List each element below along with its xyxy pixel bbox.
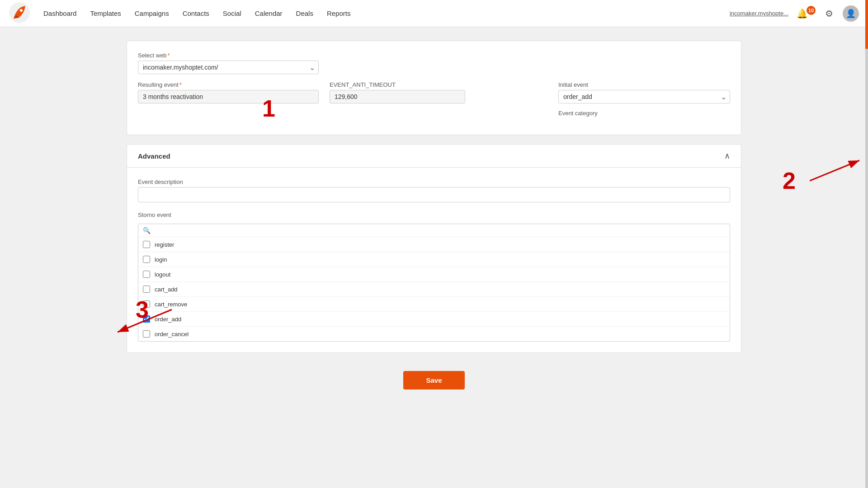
nav-links: Dashboard Templates Campaigns Contacts S…: [43, 9, 730, 17]
storno-search-icon: 🔍: [143, 227, 151, 234]
storno-item[interactable]: cart_remove: [138, 297, 730, 312]
advanced-title: Advanced: [138, 152, 170, 160]
select-web-group: Select web* incomaker.myshoptet.com/ ⌄: [138, 52, 319, 74]
event-description-label: Event description: [138, 178, 730, 185]
storno-search-bar: 🔍: [138, 224, 730, 237]
navbar-right: incomaker.myshopte... 🔔 10 ⚙ 👤: [730, 5, 859, 22]
nav-reports[interactable]: Reports: [327, 9, 351, 17]
storno-label-cart_add: cart_add: [155, 286, 178, 293]
storno-label-cart_remove: cart_remove: [155, 301, 187, 308]
storno-checkbox-order_cancel[interactable]: [143, 330, 150, 338]
storno-item[interactable]: cart_add: [138, 282, 730, 297]
resulting-event-group: Resulting event*: [138, 81, 319, 103]
storno-item[interactable]: logout: [138, 267, 730, 282]
storno-checkbox-login[interactable]: [143, 256, 150, 263]
nav-deals[interactable]: Deals: [296, 9, 313, 17]
storno-items-list: registerloginlogoutcart_addcart_removeor…: [138, 237, 730, 341]
event-description-group: Event description: [138, 178, 730, 202]
advanced-body: Event description Storno event 🔍: [127, 168, 741, 352]
annotation-2-arrow: [810, 158, 864, 185]
select-web-wrapper: incomaker.myshoptet.com/ ⌄: [138, 61, 319, 74]
storno-checkbox-register[interactable]: [143, 241, 150, 248]
resulting-event-label: Resulting event*: [138, 81, 319, 88]
event-anti-timeout-group: EVENT_ANTI_TIMEOUT: [330, 81, 465, 103]
event-description-input[interactable]: [138, 187, 730, 202]
logo[interactable]: [9, 2, 30, 24]
event-anti-timeout-label: EVENT_ANTI_TIMEOUT: [330, 81, 465, 88]
event-row: Resulting event* EVENT_ANTI_TIMEOUT Init…: [138, 81, 730, 117]
select-web-dropdown[interactable]: incomaker.myshoptet.com/: [138, 61, 319, 74]
storno-event-group: Storno event 🔍 registerloginlogoutcart_a…: [138, 211, 730, 342]
storno-checkbox-order_add[interactable]: [143, 315, 150, 323]
nav-contacts[interactable]: Contacts: [183, 9, 209, 17]
advanced-header[interactable]: Advanced ∧: [127, 145, 741, 168]
initial-event-group: Initial event order_add ⌄ Event category: [558, 81, 730, 117]
nav-dashboard[interactable]: Dashboard: [43, 9, 76, 17]
settings-button[interactable]: ⚙: [821, 5, 837, 22]
storno-item[interactable]: register: [138, 237, 730, 252]
notification-badge: 10: [807, 6, 816, 15]
storno-item[interactable]: order_add: [138, 312, 730, 327]
storno-label-order_cancel: order_cancel: [155, 331, 189, 338]
resulting-event-input[interactable]: [138, 90, 319, 103]
svg-point-1: [20, 9, 23, 12]
user-link[interactable]: incomaker.myshopte...: [730, 10, 788, 17]
storno-checkbox-logout[interactable]: [143, 271, 150, 278]
storno-checkbox-cart_remove[interactable]: [143, 300, 150, 308]
storno-event-label: Storno event: [138, 211, 730, 218]
storno-label-order_add: order_add: [155, 316, 181, 323]
event-category-label: Event category: [558, 110, 730, 117]
main-content: Select web* incomaker.myshoptet.com/ ⌄ R…: [108, 27, 760, 412]
avatar-icon: 👤: [846, 9, 856, 19]
initial-event-label: Initial event: [558, 81, 730, 88]
annotation-2: 2: [783, 168, 796, 194]
nav-templates[interactable]: Templates: [90, 9, 121, 17]
select-web-label: Select web*: [138, 52, 319, 59]
event-anti-timeout-input[interactable]: [330, 90, 465, 103]
select-web-row: Select web* incomaker.myshoptet.com/ ⌄: [138, 52, 730, 74]
storno-item[interactable]: order_cancel: [138, 327, 730, 341]
storno-checkbox-cart_add[interactable]: [143, 286, 150, 293]
collapse-icon: ∧: [724, 151, 730, 161]
avatar[interactable]: 👤: [843, 5, 859, 22]
initial-event-dropdown[interactable]: order_add: [558, 90, 730, 103]
navbar: Dashboard Templates Campaigns Contacts S…: [0, 0, 868, 27]
storno-search-input[interactable]: [153, 227, 725, 234]
nav-campaigns[interactable]: Campaigns: [135, 9, 169, 17]
initial-event-wrapper: order_add ⌄: [558, 90, 730, 103]
page-scrollbar-indicator: [865, 0, 868, 412]
nav-calendar[interactable]: Calendar: [255, 9, 283, 17]
nav-social[interactable]: Social: [223, 9, 241, 17]
storno-label-logout: logout: [155, 271, 170, 278]
svg-line-3: [810, 160, 859, 181]
advanced-card: Advanced ∧ Event description Storno even…: [127, 144, 741, 353]
storno-item[interactable]: login: [138, 252, 730, 267]
storno-label-register: register: [155, 241, 174, 248]
storno-list-container: 🔍 registerloginlogoutcart_addcart_remove…: [138, 224, 730, 342]
storno-label-login: login: [155, 256, 167, 263]
top-form-card: Select web* incomaker.myshoptet.com/ ⌄ R…: [127, 41, 741, 135]
save-button[interactable]: Save: [403, 371, 464, 389]
save-area: Save: [127, 362, 741, 399]
bell-wrapper: 🔔 10: [794, 5, 816, 22]
